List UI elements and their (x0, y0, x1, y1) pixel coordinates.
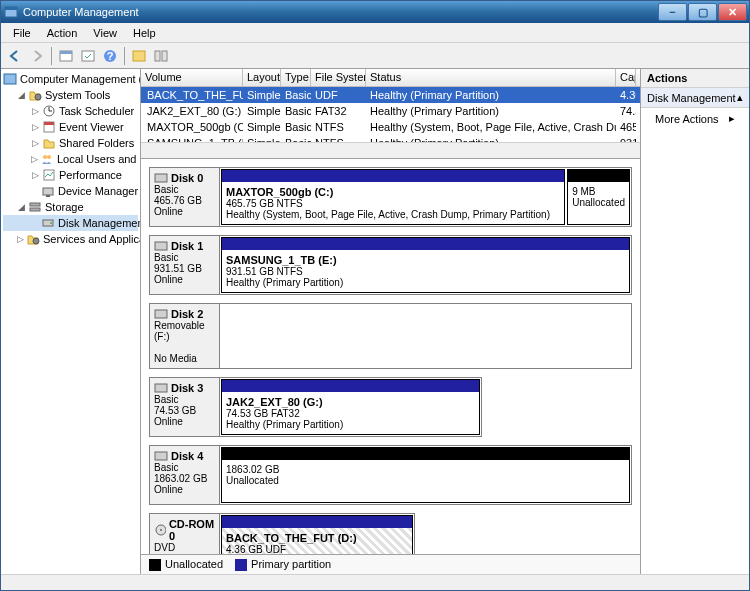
view-list-button[interactable] (129, 46, 149, 66)
partition[interactable]: BACK_TO_THE_FUT (D:)4.36 GB UDFHealthy (… (221, 515, 413, 554)
help-button[interactable]: ? (100, 46, 120, 66)
svg-rect-1 (5, 7, 17, 10)
minimize-button[interactable]: − (658, 3, 687, 21)
back-button[interactable] (5, 46, 25, 66)
content: Computer Management (Local ◢System Tools… (1, 69, 749, 574)
svg-point-15 (43, 155, 47, 159)
svg-rect-9 (162, 51, 167, 61)
col-volume[interactable]: Volume (141, 69, 243, 86)
close-button[interactable]: ✕ (718, 3, 747, 21)
titlebar: Computer Management − ▢ ✕ (1, 1, 749, 23)
maximize-button[interactable]: ▢ (688, 3, 717, 21)
disk-row[interactable]: Disk 3Basic74.53 GBOnlineJAK2_EXT_80 (G:… (149, 377, 482, 437)
window: Computer Management − ▢ ✕ File Action Vi… (0, 0, 750, 591)
svg-rect-32 (155, 384, 167, 392)
partition[interactable]: SAMSUNG_1_TB (E:)931.51 GB NTFSHealthy (… (221, 237, 630, 293)
disk-row[interactable]: Disk 1Basic931.51 GBOnlineSAMSUNG_1_TB (… (149, 235, 632, 295)
svg-rect-30 (155, 242, 167, 250)
tree-system-tools[interactable]: ◢System Tools (3, 87, 138, 103)
table-scrollbar[interactable] (141, 142, 640, 158)
svg-rect-31 (155, 310, 167, 318)
partition[interactable]: JAK2_EXT_80 (G:)74.53 GB FAT32Healthy (P… (221, 379, 480, 435)
menu-help[interactable]: Help (125, 27, 164, 39)
svg-point-11 (35, 94, 41, 100)
menubar: File Action View Help (1, 23, 749, 43)
partition[interactable]: 1863.02 GBUnallocated (221, 447, 630, 503)
tree-performance[interactable]: ▷Performance (3, 167, 138, 183)
bottom-scrollbar[interactable] (1, 574, 749, 590)
tree-shared-folders[interactable]: ▷Shared Folders (3, 135, 138, 151)
volume-table[interactable]: Volume Layout Type File System Status Ca… (141, 69, 640, 159)
col-cap[interactable]: Cap (616, 69, 636, 86)
col-type[interactable]: Type (281, 69, 311, 86)
tree-disk-management[interactable]: Disk Management (3, 215, 138, 231)
more-actions[interactable]: More Actions▸ (641, 108, 749, 129)
col-layout[interactable]: Layout (243, 69, 281, 86)
tree-event-viewer[interactable]: ▷Event Viewer (3, 119, 138, 135)
disk-row[interactable]: CD-ROM 0DVD4.36 GBOnlineBACK_TO_THE_FUT … (149, 513, 415, 554)
partition[interactable]: MAXTOR_500gb (C:)465.75 GB NTFSHealthy (… (221, 169, 565, 225)
window-title: Computer Management (23, 6, 658, 18)
svg-rect-8 (155, 51, 160, 61)
actions-context[interactable]: Disk Management▴ (641, 88, 749, 108)
svg-rect-10 (4, 74, 16, 84)
app-icon (3, 4, 19, 20)
disk-row[interactable]: Disk 0Basic465.76 GBOnlineMAXTOR_500gb (… (149, 167, 632, 227)
svg-rect-7 (133, 51, 145, 61)
tree-device-manager[interactable]: Device Manager (3, 183, 138, 199)
actions-header: Actions (641, 69, 749, 88)
forward-button[interactable] (27, 46, 47, 66)
svg-point-35 (160, 529, 162, 531)
svg-point-16 (47, 155, 51, 159)
svg-rect-14 (44, 122, 54, 125)
actions-pane: Actions Disk Management▴ More Actions▸ (641, 69, 749, 574)
table-row[interactable]: JAK2_EXT_80 (G:)SimpleBasicFAT32Healthy … (141, 103, 640, 119)
svg-rect-20 (30, 203, 40, 206)
col-fs[interactable]: File System (311, 69, 366, 86)
tree-task-scheduler[interactable]: ▷Task Scheduler (3, 103, 138, 119)
svg-rect-18 (43, 188, 53, 195)
chevron-right-icon: ▸ (729, 112, 735, 125)
refresh-button[interactable] (78, 46, 98, 66)
tree-local-users[interactable]: ▷Local Users and Groups (3, 151, 138, 167)
table-header: Volume Layout Type File System Status Ca… (141, 69, 640, 87)
svg-rect-29 (155, 174, 167, 182)
legend: Unallocated Primary partition (141, 554, 640, 574)
tree-root[interactable]: Computer Management (Local (3, 71, 138, 87)
svg-point-24 (33, 238, 39, 244)
svg-rect-33 (155, 452, 167, 460)
tree-storage[interactable]: ◢Storage (3, 199, 138, 215)
collapse-icon: ▴ (737, 91, 743, 104)
properties-button[interactable] (56, 46, 76, 66)
menu-file[interactable]: File (5, 27, 39, 39)
svg-point-23 (50, 222, 52, 224)
menu-view[interactable]: View (85, 27, 125, 39)
main-pane: Volume Layout Type File System Status Ca… (141, 69, 641, 574)
svg-rect-3 (60, 51, 72, 54)
view-detail-button[interactable] (151, 46, 171, 66)
table-row[interactable]: BACK_TO_THE_FUT (D:)SimpleBasicUDFHealth… (141, 87, 640, 103)
svg-text:?: ? (107, 50, 114, 62)
svg-rect-19 (46, 195, 50, 197)
toolbar: ? (1, 43, 749, 69)
disk-graphical-pane[interactable]: Disk 0Basic465.76 GBOnlineMAXTOR_500gb (… (141, 159, 640, 554)
svg-rect-4 (82, 51, 94, 61)
tree-services[interactable]: ▷Services and Applications (3, 231, 138, 247)
disk-row[interactable]: Disk 4Basic1863.02 GBOnline1863.02 GBUna… (149, 445, 632, 505)
disk-row[interactable]: Disk 2Removable (F:)No Media (149, 303, 632, 369)
nav-tree[interactable]: Computer Management (Local ◢System Tools… (1, 69, 141, 574)
svg-rect-21 (30, 208, 40, 211)
menu-action[interactable]: Action (39, 27, 86, 39)
table-row[interactable]: MAXTOR_500gb (C:)SimpleBasicNTFSHealthy … (141, 119, 640, 135)
col-status[interactable]: Status (366, 69, 616, 86)
partition[interactable]: 9 MBUnallocated (567, 169, 630, 225)
